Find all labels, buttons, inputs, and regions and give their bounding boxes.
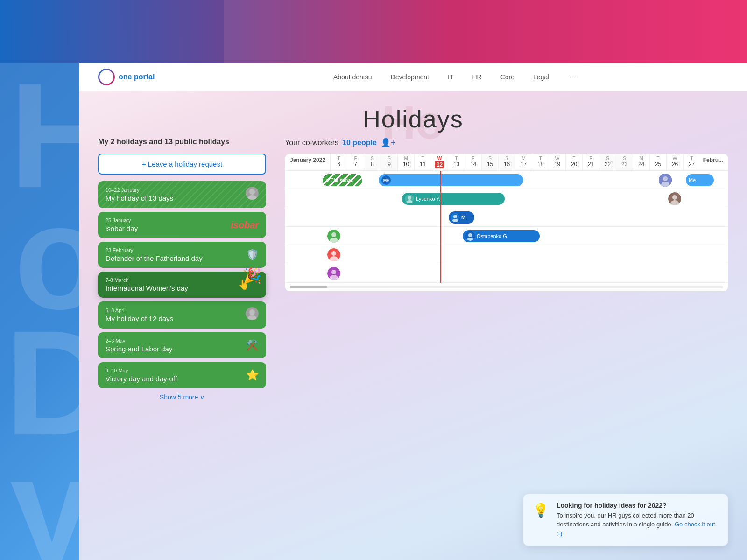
holiday-name-4: My holiday of 12 days — [106, 315, 241, 322]
scroll-thumb — [290, 286, 327, 288]
coworkers-title: Your co-workers 10 people 👤+ — [285, 138, 728, 148]
right-column: Your co-workers 10 people 👤+ January 202… — [285, 138, 728, 551]
section-title: My 2 holidays and 13 public holidays — [98, 138, 266, 146]
coworkers-label: Your co-workers — [285, 139, 338, 147]
nav-core[interactable]: Core — [500, 73, 514, 81]
ostapenko-bar: Ostapenko G. — [463, 230, 540, 242]
logo-icon — [98, 69, 115, 85]
holiday-date-5: 2–3 May — [106, 338, 241, 343]
cal-day-23: S23 — [616, 154, 633, 170]
cal-row-4: Ostapenko G. — [285, 227, 728, 245]
notification-icon: 💡 — [533, 503, 549, 518]
nav-it[interactable]: IT — [448, 73, 453, 81]
m-avatar — [451, 213, 460, 222]
nav-development[interactable]: Development — [391, 73, 430, 81]
cal-row-1-cells: x Christmas Me Me — [323, 171, 728, 189]
cal-row-1: x Christmas Me Me — [285, 171, 728, 189]
person-avatar-1 — [659, 174, 672, 187]
svg-point-22 — [468, 233, 472, 237]
bg-top-bar — [0, 0, 747, 63]
cal-row-6-cells — [323, 264, 728, 282]
holiday-card-feb: 23 February Defender of the Fatherland d… — [98, 242, 266, 268]
svg-point-16 — [453, 215, 457, 218]
cal-day-24: M24 — [633, 154, 650, 170]
cal-row-4-cells: Ostapenko G. — [323, 227, 728, 245]
svg-point-13 — [672, 195, 677, 200]
holiday-name-3: International Women's day — [106, 284, 238, 292]
month-feb-label: Febru... — [698, 154, 728, 170]
holiday-icon-5: ⚒️ — [246, 339, 259, 351]
notification-card: 💡 Looking for holiday ideas for 2022? To… — [523, 494, 728, 546]
svg-point-25 — [331, 251, 336, 256]
person-avatar-row5 — [327, 248, 340, 261]
holiday-card-intl: 7-8 March International Women's day 👆 🎉 — [98, 272, 266, 298]
cal-day-18: T18 — [532, 154, 549, 170]
cal-day-15: S15 — [482, 154, 499, 170]
holiday-name-6: Victory day and day-off — [106, 375, 241, 383]
svg-point-10 — [408, 196, 411, 200]
nav-legal[interactable]: Legal — [533, 73, 549, 81]
cal-day-7: F7 — [347, 154, 364, 170]
cal-day-10: M10 — [398, 154, 415, 170]
cal-day-26: W26 — [667, 154, 684, 170]
logo[interactable]: one portal — [98, 69, 155, 85]
left-column: My 2 holidays and 13 public holidays + L… — [98, 138, 266, 551]
holiday-icon-4 — [246, 307, 259, 323]
add-person-icon[interactable]: 👤+ — [381, 138, 396, 148]
me-bar-1: Me — [379, 174, 523, 186]
cal-row-3-cells: M — [323, 208, 728, 226]
cal-day-6: T6 — [331, 154, 347, 170]
month-jan-label: January 2022 — [285, 154, 331, 170]
me-avatar-1: Me — [381, 175, 391, 185]
nav-links: About dentsu Development IT HR Core Lega… — [183, 72, 728, 82]
person-avatar-row6 — [327, 267, 340, 280]
notification-text: To inspire you, our HR guys collected mo… — [557, 511, 719, 539]
cal-row-5-cells — [323, 245, 728, 264]
cal-day-11: T11 — [415, 154, 431, 170]
svg-point-28 — [331, 270, 336, 274]
person-avatar-2 — [668, 192, 681, 205]
cal-day-17: M17 — [515, 154, 532, 170]
nav-about[interactable]: About dentsu — [333, 73, 372, 81]
nav-more[interactable]: ··· — [568, 72, 578, 82]
cal-row-2-cells: Lysenko Y. — [323, 189, 728, 208]
page-title: Holidays — [79, 105, 747, 133]
holiday-icon-2: 🛡️ — [246, 249, 259, 261]
cal-day-21: F21 — [583, 154, 599, 170]
main-container: one portal About dentsu Development IT H… — [79, 63, 747, 560]
cal-row-3: M — [285, 208, 728, 227]
ostapenko-avatar — [465, 231, 475, 241]
christmas-bar: x Christmas — [323, 174, 362, 186]
notification-body: To inspire you, our HR guys collected mo… — [557, 512, 694, 528]
person-avatar-row4 — [327, 230, 340, 243]
isobar-logo: isobar — [231, 220, 259, 231]
page-content: Ho Holidays My 2 holidays and 13 public … — [79, 91, 747, 560]
scroll-indicator[interactable] — [290, 286, 723, 288]
cal-day-25: T25 — [650, 154, 667, 170]
notification-title: Looking for holiday ideas for 2022? — [557, 502, 719, 509]
cal-row-5 — [285, 245, 728, 264]
holiday-date-6: 9–10 May — [106, 368, 241, 373]
cal-day-16: S16 — [499, 154, 515, 170]
leave-holiday-btn[interactable]: + Leave a holiday request — [98, 154, 266, 175]
show-more-area: Show 5 more ∨ — [98, 393, 266, 401]
calendar-header: January 2022 T6F7S8S9M10T11W12T13F14S15S… — [285, 154, 728, 171]
cal-day-27: T27 — [684, 154, 698, 170]
cal-day-19: W19 — [549, 154, 566, 170]
svg-point-19 — [331, 232, 336, 237]
holiday-card-apr: 6–8 April My holiday of 12 days — [98, 301, 266, 329]
page-title-area: Ho Holidays — [79, 91, 747, 138]
cal-row-2: Lysenko Y. — [285, 189, 728, 208]
calendar: January 2022 T6F7S8S9M10T11W12T13F14S15S… — [285, 154, 728, 292]
coworkers-count: 10 people — [342, 139, 377, 147]
nav-hr[interactable]: HR — [472, 73, 481, 81]
m-bar: M — [449, 211, 474, 224]
me-bar-2: Me — [686, 174, 714, 186]
holiday-card-may1: 2–3 May Spring and Labor day ⚒️ — [98, 332, 266, 358]
show-more-btn[interactable]: Show 5 more ∨ — [160, 393, 204, 401]
today-line — [440, 171, 441, 283]
navbar: one portal About dentsu Development IT H… — [79, 63, 747, 91]
holiday-date-2: 23 February — [106, 247, 241, 253]
party-icon: 🎉 — [243, 267, 261, 285]
holiday-date-1: 25 January — [106, 217, 231, 223]
